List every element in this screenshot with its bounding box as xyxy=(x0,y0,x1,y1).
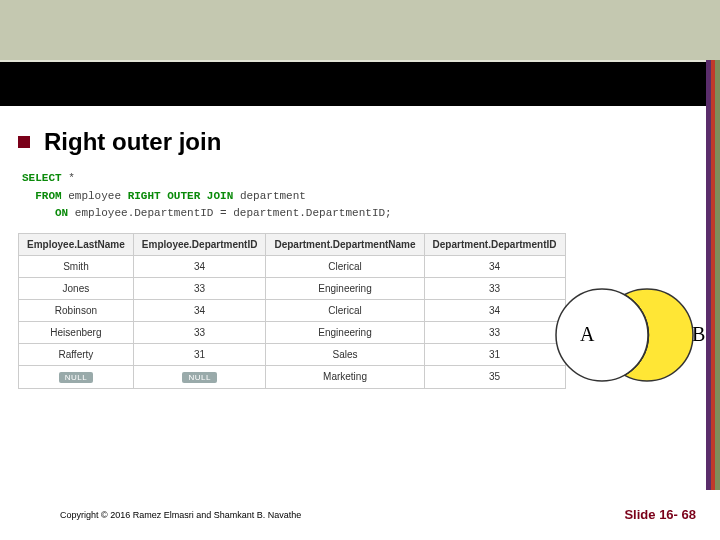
bullet-square-icon xyxy=(18,136,30,148)
table-cell: Smith xyxy=(19,255,134,277)
venn-label-b: B xyxy=(692,323,705,345)
table-row: Smith34Clerical34 xyxy=(19,255,566,277)
sql-code-block: SELECT * FROM employee RIGHT OUTER JOIN … xyxy=(22,170,698,223)
table-row: Rafferty31Sales31 xyxy=(19,343,566,365)
table-row: Robinson34Clerical34 xyxy=(19,299,566,321)
table-row: NULLNULLMarketing35 xyxy=(19,365,566,388)
sql-join-tbl: department xyxy=(240,190,306,202)
table-cell: Robinson xyxy=(19,299,134,321)
table-header-row: Employee.LastNameEmployee.DepartmentIDDe… xyxy=(19,233,566,255)
table-cell: Engineering xyxy=(266,321,424,343)
table-cell: 34 xyxy=(424,299,565,321)
venn-svg: A B xyxy=(552,280,712,390)
sql-from-kw: FROM xyxy=(35,190,61,202)
table-cell: 33 xyxy=(424,321,565,343)
table-cell: Jones xyxy=(19,277,134,299)
slide-number: Slide 16- 68 xyxy=(624,507,696,522)
table-cell: 35 xyxy=(424,365,565,388)
null-pill: NULL xyxy=(59,372,93,383)
table-cell: 34 xyxy=(424,255,565,277)
table-header-cell: Department.DepartmentName xyxy=(266,233,424,255)
slide-title: Right outer join xyxy=(44,128,221,156)
black-band xyxy=(0,60,720,106)
table-header-cell: Department.DepartmentID xyxy=(424,233,565,255)
sql-select-cols: * xyxy=(68,172,75,184)
table-body: Smith34Clerical34Jones33Engineering33Rob… xyxy=(19,255,566,388)
table-cell: Heisenberg xyxy=(19,321,134,343)
sql-on-expr: employee.DepartmentID = department.Depar… xyxy=(75,207,392,219)
table-cell: 31 xyxy=(424,343,565,365)
table-cell: Engineering xyxy=(266,277,424,299)
table-cell: NULL xyxy=(19,365,134,388)
table-cell: 33 xyxy=(133,277,266,299)
table-header-cell: Employee.DepartmentID xyxy=(133,233,266,255)
table-cell: Clerical xyxy=(266,255,424,277)
sql-join-kw: RIGHT OUTER JOIN xyxy=(128,190,234,202)
sql-on-kw: ON xyxy=(55,207,68,219)
table-cell: Sales xyxy=(266,343,424,365)
table-cell: Rafferty xyxy=(19,343,134,365)
sql-select-kw: SELECT xyxy=(22,172,62,184)
table-row: Heisenberg33Engineering33 xyxy=(19,321,566,343)
title-row: Right outer join xyxy=(18,128,698,156)
table-row: Jones33Engineering33 xyxy=(19,277,566,299)
result-table: Employee.LastNameEmployee.DepartmentIDDe… xyxy=(18,233,566,389)
top-beige-band xyxy=(0,0,720,60)
venn-diagram: A B xyxy=(552,280,712,390)
svg-point-1 xyxy=(556,289,648,381)
table-cell: Marketing xyxy=(266,365,424,388)
table-header-cell: Employee.LastName xyxy=(19,233,134,255)
copyright-text: Copyright © 2016 Ramez Elmasri and Shamk… xyxy=(60,510,301,520)
venn-label-a: A xyxy=(580,323,595,345)
table-cell: 33 xyxy=(133,321,266,343)
table-cell: 34 xyxy=(133,255,266,277)
table-cell: 31 xyxy=(133,343,266,365)
table-cell: 34 xyxy=(133,299,266,321)
sql-from-tbl: employee xyxy=(68,190,121,202)
table-cell: Clerical xyxy=(266,299,424,321)
right-color-stripes xyxy=(706,60,720,490)
null-pill: NULL xyxy=(182,372,216,383)
table-cell: NULL xyxy=(133,365,266,388)
table-cell: 33 xyxy=(424,277,565,299)
